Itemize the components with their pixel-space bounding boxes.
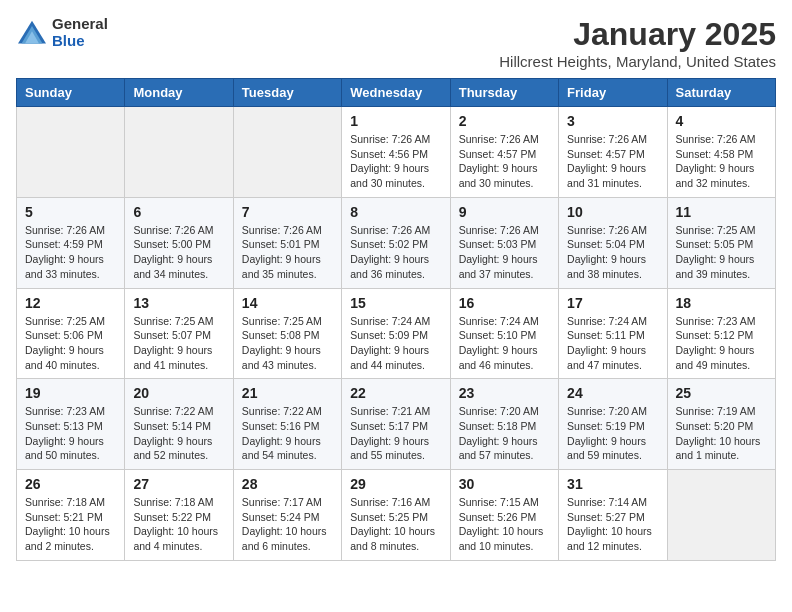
day-cell: 17Sunrise: 7:24 AMSunset: 5:11 PMDayligh… [559,288,667,379]
calendar-location: Hillcrest Heights, Maryland, United Stat… [499,53,776,70]
day-number: 2 [459,113,550,129]
week-row-2: 5Sunrise: 7:26 AMSunset: 4:59 PMDaylight… [17,197,776,288]
day-info: Sunrise: 7:24 AMSunset: 5:11 PMDaylight:… [567,314,658,373]
week-row-4: 19Sunrise: 7:23 AMSunset: 5:13 PMDayligh… [17,379,776,470]
day-cell: 31Sunrise: 7:14 AMSunset: 5:27 PMDayligh… [559,470,667,561]
calendar-table: SundayMondayTuesdayWednesdayThursdayFrid… [16,78,776,561]
day-number: 27 [133,476,224,492]
day-info: Sunrise: 7:22 AMSunset: 5:16 PMDaylight:… [242,404,333,463]
week-row-3: 12Sunrise: 7:25 AMSunset: 5:06 PMDayligh… [17,288,776,379]
day-info: Sunrise: 7:15 AMSunset: 5:26 PMDaylight:… [459,495,550,554]
day-number: 7 [242,204,333,220]
day-number: 10 [567,204,658,220]
day-number: 18 [676,295,767,311]
day-info: Sunrise: 7:20 AMSunset: 5:18 PMDaylight:… [459,404,550,463]
day-info: Sunrise: 7:26 AMSunset: 5:04 PMDaylight:… [567,223,658,282]
day-info: Sunrise: 7:26 AMSunset: 5:02 PMDaylight:… [350,223,441,282]
day-cell: 3Sunrise: 7:26 AMSunset: 4:57 PMDaylight… [559,107,667,198]
day-number: 24 [567,385,658,401]
day-number: 13 [133,295,224,311]
title-block: January 2025 Hillcrest Heights, Maryland… [499,16,776,70]
day-info: Sunrise: 7:19 AMSunset: 5:20 PMDaylight:… [676,404,767,463]
day-cell: 6Sunrise: 7:26 AMSunset: 5:00 PMDaylight… [125,197,233,288]
header-cell-tuesday: Tuesday [233,79,341,107]
logo: General Blue [16,16,108,49]
day-info: Sunrise: 7:21 AMSunset: 5:17 PMDaylight:… [350,404,441,463]
header-cell-thursday: Thursday [450,79,558,107]
day-cell: 25Sunrise: 7:19 AMSunset: 5:20 PMDayligh… [667,379,775,470]
day-cell: 13Sunrise: 7:25 AMSunset: 5:07 PMDayligh… [125,288,233,379]
calendar-header: SundayMondayTuesdayWednesdayThursdayFrid… [17,79,776,107]
day-number: 29 [350,476,441,492]
logo-blue-text: Blue [52,33,108,50]
header-cell-friday: Friday [559,79,667,107]
header-cell-monday: Monday [125,79,233,107]
day-number: 23 [459,385,550,401]
day-info: Sunrise: 7:23 AMSunset: 5:13 PMDaylight:… [25,404,116,463]
day-info: Sunrise: 7:26 AMSunset: 4:57 PMDaylight:… [459,132,550,191]
day-number: 16 [459,295,550,311]
day-number: 28 [242,476,333,492]
day-info: Sunrise: 7:18 AMSunset: 5:21 PMDaylight:… [25,495,116,554]
day-cell [667,470,775,561]
day-number: 8 [350,204,441,220]
day-cell: 8Sunrise: 7:26 AMSunset: 5:02 PMDaylight… [342,197,450,288]
header-cell-sunday: Sunday [17,79,125,107]
day-info: Sunrise: 7:24 AMSunset: 5:09 PMDaylight:… [350,314,441,373]
day-cell: 19Sunrise: 7:23 AMSunset: 5:13 PMDayligh… [17,379,125,470]
logo-general-text: General [52,16,108,33]
day-cell: 12Sunrise: 7:25 AMSunset: 5:06 PMDayligh… [17,288,125,379]
day-info: Sunrise: 7:25 AMSunset: 5:05 PMDaylight:… [676,223,767,282]
week-row-1: 1Sunrise: 7:26 AMSunset: 4:56 PMDaylight… [17,107,776,198]
day-cell: 29Sunrise: 7:16 AMSunset: 5:25 PMDayligh… [342,470,450,561]
day-cell: 2Sunrise: 7:26 AMSunset: 4:57 PMDaylight… [450,107,558,198]
day-number: 15 [350,295,441,311]
day-info: Sunrise: 7:26 AMSunset: 4:58 PMDaylight:… [676,132,767,191]
day-info: Sunrise: 7:26 AMSunset: 4:57 PMDaylight:… [567,132,658,191]
day-cell: 5Sunrise: 7:26 AMSunset: 4:59 PMDaylight… [17,197,125,288]
day-cell: 11Sunrise: 7:25 AMSunset: 5:05 PMDayligh… [667,197,775,288]
day-number: 6 [133,204,224,220]
day-cell [125,107,233,198]
day-number: 26 [25,476,116,492]
day-info: Sunrise: 7:16 AMSunset: 5:25 PMDaylight:… [350,495,441,554]
calendar-title: January 2025 [499,16,776,53]
day-cell: 9Sunrise: 7:26 AMSunset: 5:03 PMDaylight… [450,197,558,288]
header-cell-wednesday: Wednesday [342,79,450,107]
day-number: 30 [459,476,550,492]
day-number: 17 [567,295,658,311]
day-cell [17,107,125,198]
day-cell: 14Sunrise: 7:25 AMSunset: 5:08 PMDayligh… [233,288,341,379]
day-cell: 18Sunrise: 7:23 AMSunset: 5:12 PMDayligh… [667,288,775,379]
day-number: 14 [242,295,333,311]
day-number: 21 [242,385,333,401]
day-number: 11 [676,204,767,220]
day-cell: 7Sunrise: 7:26 AMSunset: 5:01 PMDaylight… [233,197,341,288]
day-info: Sunrise: 7:25 AMSunset: 5:08 PMDaylight:… [242,314,333,373]
day-number: 1 [350,113,441,129]
day-cell: 10Sunrise: 7:26 AMSunset: 5:04 PMDayligh… [559,197,667,288]
day-number: 3 [567,113,658,129]
day-info: Sunrise: 7:26 AMSunset: 5:03 PMDaylight:… [459,223,550,282]
logo-icon [16,19,48,47]
day-info: Sunrise: 7:25 AMSunset: 5:07 PMDaylight:… [133,314,224,373]
day-cell: 1Sunrise: 7:26 AMSunset: 4:56 PMDaylight… [342,107,450,198]
day-cell [233,107,341,198]
day-number: 31 [567,476,658,492]
logo-text: General Blue [52,16,108,49]
header-cell-saturday: Saturday [667,79,775,107]
calendar-body: 1Sunrise: 7:26 AMSunset: 4:56 PMDaylight… [17,107,776,561]
day-info: Sunrise: 7:14 AMSunset: 5:27 PMDaylight:… [567,495,658,554]
day-cell: 16Sunrise: 7:24 AMSunset: 5:10 PMDayligh… [450,288,558,379]
day-cell: 28Sunrise: 7:17 AMSunset: 5:24 PMDayligh… [233,470,341,561]
day-number: 9 [459,204,550,220]
day-cell: 30Sunrise: 7:15 AMSunset: 5:26 PMDayligh… [450,470,558,561]
day-info: Sunrise: 7:26 AMSunset: 4:59 PMDaylight:… [25,223,116,282]
header-row: SundayMondayTuesdayWednesdayThursdayFrid… [17,79,776,107]
day-number: 25 [676,385,767,401]
day-info: Sunrise: 7:23 AMSunset: 5:12 PMDaylight:… [676,314,767,373]
page-header: General Blue January 2025 Hillcrest Heig… [16,16,776,70]
day-cell: 22Sunrise: 7:21 AMSunset: 5:17 PMDayligh… [342,379,450,470]
day-cell: 15Sunrise: 7:24 AMSunset: 5:09 PMDayligh… [342,288,450,379]
day-info: Sunrise: 7:22 AMSunset: 5:14 PMDaylight:… [133,404,224,463]
